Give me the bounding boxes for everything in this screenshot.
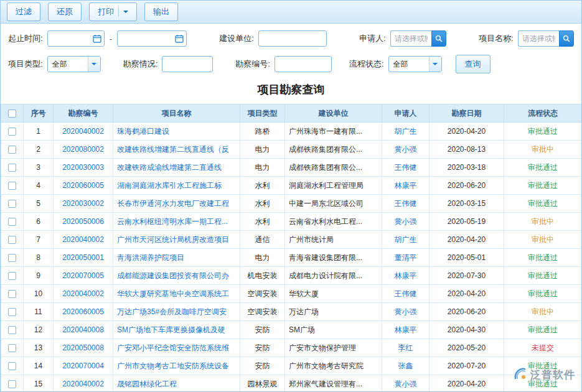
applicant-link[interactable]: 王伟健: [382, 195, 429, 213]
applicant-link[interactable]: 林康平: [382, 267, 429, 285]
applicant-search-box: [390, 30, 446, 47]
survey-code-link[interactable]: 2020060005: [54, 177, 113, 195]
chevron-down-icon: [429, 57, 441, 72]
project-type: 电力: [240, 249, 285, 267]
row-checkbox[interactable]: [8, 344, 16, 352]
row-checkbox[interactable]: [8, 128, 16, 136]
flow-status-badge: 审批通过: [504, 285, 582, 303]
project-name-link[interactable]: 广州市天河区统计局机房改造项目: [113, 231, 240, 249]
survey-code-input[interactable]: [275, 56, 332, 72]
row-checkbox[interactable]: [8, 164, 16, 172]
survey-date: 2020-04-30: [429, 321, 504, 339]
project-type-select[interactable]: 全部: [47, 56, 101, 72]
survey-code-link[interactable]: 2020050001: [54, 249, 113, 267]
survey-code-label: 勘察编号:: [235, 58, 270, 70]
flow-status-badge: 审批中: [504, 141, 582, 159]
applicant-input[interactable]: [390, 30, 431, 47]
survey-code-link[interactable]: 2020040008: [54, 321, 113, 339]
row-checkbox[interactable]: [8, 362, 16, 370]
project-name-link[interactable]: 晟铭园林绿化工程: [113, 375, 240, 392]
project-name-link[interactable]: 珠海鹤港口建设: [113, 123, 240, 141]
row-checkbox[interactable]: [8, 182, 16, 190]
project-name-link[interactable]: 云南水利枢纽湾明水库一期工程...: [113, 213, 240, 231]
row-checkbox[interactable]: [8, 146, 16, 154]
construction-unit-input[interactable]: [258, 30, 327, 47]
applicant-link[interactable]: 林康平: [382, 321, 429, 339]
row-checkbox[interactable]: [8, 290, 16, 298]
applicant-link[interactable]: 王伟健: [382, 159, 429, 177]
row-checkbox[interactable]: [8, 254, 16, 262]
survey-date: 2020-04-20: [429, 231, 504, 249]
row-checkbox-cell: [1, 159, 24, 177]
survey-code-link[interactable]: 2020070004: [54, 357, 113, 375]
row-checkbox[interactable]: [8, 200, 16, 208]
applicant-link[interactable]: 林康平: [382, 177, 429, 195]
applicant-link[interactable]: 王伟健: [382, 285, 429, 303]
survey-code-link[interactable]: 2020030003: [54, 159, 113, 177]
survey-code-link[interactable]: 2020070005: [54, 267, 113, 285]
survey-code-link[interactable]: 2020040002: [54, 285, 113, 303]
construction-unit: 云南省水利水电工程...: [285, 213, 382, 231]
applicant-link[interactable]: 胡广生: [382, 231, 429, 249]
search-icon[interactable]: [431, 30, 446, 47]
applicant-link[interactable]: 黄小强: [382, 375, 429, 392]
table-header: 序号 勘察编号 项目名称 项目类型 建设单位 申请人 勘察日期 流程状态: [1, 105, 582, 123]
survey-status-input[interactable]: [162, 56, 213, 72]
row-checkbox[interactable]: [8, 272, 16, 280]
project-type: 通信: [240, 231, 285, 249]
project-name-link[interactable]: 成都能源建设集团投资有限公司办: [113, 267, 240, 285]
applicant-link[interactable]: 李红: [382, 339, 429, 357]
select-all-checkbox[interactable]: [8, 110, 16, 118]
project-name-link[interactable]: 改建铁路成渝线增建第二直通线: [113, 159, 240, 177]
restore-button[interactable]: 还原: [48, 2, 82, 21]
query-button[interactable]: 查询: [456, 55, 490, 73]
project-name-input[interactable]: [518, 30, 559, 47]
table-row: 92020070005成都能源建设集团投资有限公司办机电安装成都电力设计院有限.…: [1, 267, 582, 285]
row-checkbox[interactable]: [8, 218, 16, 226]
survey-code-link[interactable]: 2020050006: [54, 213, 113, 231]
survey-code-link[interactable]: 2020080002: [54, 141, 113, 159]
survey-code-link[interactable]: 2020040002: [54, 123, 113, 141]
project-name-link[interactable]: 湖南洞庭湖水库引水工程施工标: [113, 177, 240, 195]
project-name-link[interactable]: 长春市伊通河水力发电厂改建工程: [113, 195, 240, 213]
project-name-link[interactable]: 华软大厦研究基地中央空调系统工: [113, 285, 240, 303]
applicant-link[interactable]: 黄小强: [382, 213, 429, 231]
applicant-link[interactable]: 黄小强: [382, 303, 429, 321]
row-index: 7: [24, 231, 54, 249]
export-button[interactable]: 输出: [144, 2, 178, 21]
survey-code-link[interactable]: 2020060005: [54, 303, 113, 321]
project-name-link[interactable]: 青海洪湖养护院项目: [113, 249, 240, 267]
applicant-link[interactable]: 董清平: [382, 249, 429, 267]
print-button[interactable]: 打印: [89, 2, 137, 21]
survey-code-group: 勘察编号:: [235, 56, 332, 72]
applicant-link[interactable]: 张鑫: [382, 357, 429, 375]
row-checkbox-cell: [1, 339, 24, 357]
survey-code-link[interactable]: 2020050008: [54, 339, 113, 357]
filter-button[interactable]: 过滤: [7, 2, 40, 21]
project-type: 空调安装: [240, 303, 285, 321]
applicant-link[interactable]: 黄小强: [382, 141, 429, 159]
project-name-link[interactable]: 广安邓小平纪念馆安全防范系统维: [113, 339, 240, 357]
search-icon[interactable]: [559, 30, 574, 47]
survey-code-link[interactable]: 2020040002: [54, 231, 113, 249]
project-name-link[interactable]: SM广场地下车库更换摄像机及硬: [113, 321, 240, 339]
date-to-input[interactable]: [117, 30, 187, 47]
restore-button-label: 还原: [57, 6, 73, 17]
flow-status-select[interactable]: 全部: [388, 56, 442, 72]
row-checkbox[interactable]: [8, 326, 16, 334]
project-type: 园林景观: [240, 375, 285, 392]
project-name-link[interactable]: 改建铁路线增建第二线直通线（反: [113, 141, 240, 159]
date-from-input[interactable]: [47, 30, 105, 47]
applicant-link[interactable]: 胡广生: [382, 123, 429, 141]
survey-code-link[interactable]: 2020030002: [54, 195, 113, 213]
construction-unit: 中建一局东北区域公司: [285, 195, 382, 213]
header-flow-status: 流程状态: [504, 105, 582, 123]
row-checkbox[interactable]: [8, 308, 16, 316]
survey-date: 2020-06-20: [429, 303, 504, 321]
header-survey-date: 勘察日期: [429, 105, 504, 123]
row-checkbox[interactable]: [8, 236, 16, 244]
row-checkbox[interactable]: [8, 380, 16, 388]
survey-code-link[interactable]: 2020040002: [54, 375, 113, 392]
project-name-link[interactable]: 万达广场35#会所及咖啡厅空调安: [113, 303, 240, 321]
project-name-link[interactable]: 广州市文物考古工地安防系统设备: [113, 357, 240, 375]
